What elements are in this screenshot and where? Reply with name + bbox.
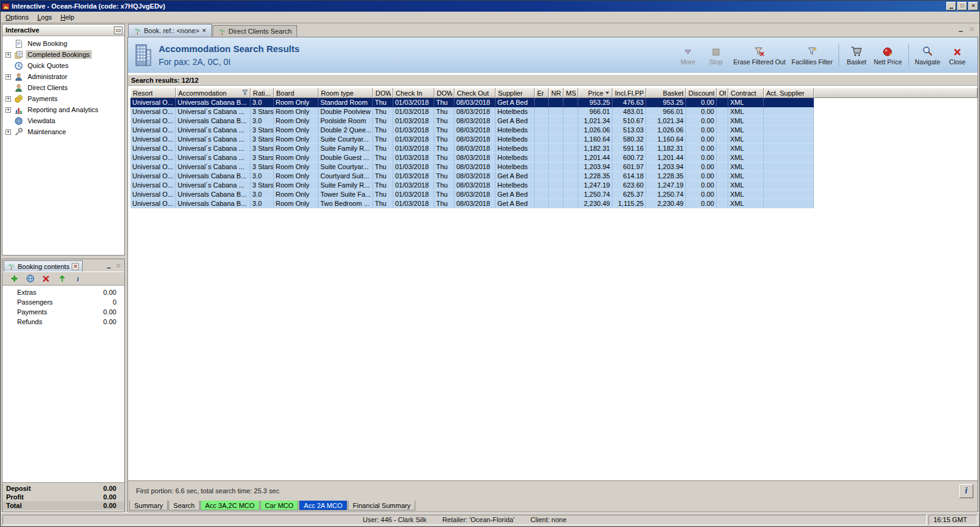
booking-item-payments[interactable]: Payments0.00 (2, 308, 124, 318)
close-button[interactable]: Close (943, 44, 971, 67)
result-row[interactable]: Universal O...Universals Cabana B...3.0R… (130, 98, 814, 107)
column-header-ms[interactable]: MS (564, 88, 578, 98)
column-header-discount[interactable]: Discount (686, 88, 717, 98)
cell-of (717, 107, 728, 116)
menu-options[interactable]: Options (1, 12, 33, 22)
column-header-check-in[interactable]: Check In (393, 88, 434, 98)
panel-collapse-button[interactable]: ▭ (114, 26, 123, 34)
column-header-dow[interactable]: DOW (373, 88, 393, 98)
erase-filter-icon (754, 45, 765, 57)
column-header-room-type[interactable]: Room type (318, 88, 373, 98)
result-row[interactable]: Universal O...Universal´s Cabana ...3 St… (130, 107, 814, 116)
expand-icon[interactable]: + (6, 129, 11, 135)
result-row[interactable]: Universal O...Universal´s Cabana ...3 St… (130, 135, 814, 144)
expand-icon[interactable]: + (6, 52, 11, 58)
maximize-button[interactable]: □ (957, 2, 967, 10)
column-header-nr[interactable]: NR (549, 88, 564, 98)
result-row[interactable]: Universal O...Universal´s Cabana ...3 St… (130, 181, 814, 190)
booking-panel-minimize-button[interactable]: ▁ (105, 262, 113, 270)
bottom-tab-search[interactable]: Search (168, 501, 200, 510)
column-header-basket[interactable]: Basket (646, 88, 686, 98)
cell-rati: 3.0 (251, 98, 274, 107)
booking-panel-maximize-button[interactable]: □ (115, 262, 123, 270)
sidebar-item-maintenance[interactable]: +Maintenance (2, 126, 124, 137)
result-row[interactable]: Universal O...Universal´s Cabana ...3 St… (130, 144, 814, 153)
cell-dow: Thu (434, 126, 454, 134)
booking-item-passengers[interactable]: Passengers0 (2, 298, 124, 308)
erase-filtered-out-button[interactable]: Erase Filtered Out (730, 44, 788, 67)
add-button[interactable] (9, 273, 20, 284)
result-row[interactable]: Universal O...Universal´s Cabana ...3 St… (130, 126, 814, 135)
booking-item-extras[interactable]: Extras0.00 (2, 289, 124, 298)
info-button[interactable]: i (959, 484, 973, 498)
navigate-button[interactable]: Navigate (912, 44, 943, 67)
info-button[interactable]: i (72, 273, 83, 284)
column-header-check-out[interactable]: Check Out (454, 88, 496, 98)
sidebar-item-viewdata[interactable]: Viewdata (2, 115, 124, 126)
sidebar-item-administrator[interactable]: +Administrator (2, 71, 124, 82)
expand-icon[interactable]: + (6, 74, 11, 80)
cell-room-type: Two Bedroom ... (318, 199, 373, 208)
result-row[interactable]: Universal O...Universals Cabana B...3.0R… (130, 172, 814, 181)
result-row[interactable]: Universal O...Universal´s Cabana ...3 St… (130, 153, 814, 162)
bottom-tab-financial-summary[interactable]: Financial Summary (348, 501, 415, 510)
sidebar-item-direct-clients[interactable]: Direct Clients (2, 82, 124, 93)
menu-help[interactable]: Help (56, 12, 79, 22)
bottom-tab-car-mco[interactable]: Car MCO (260, 501, 298, 510)
sidebar-item-completed-bookings[interactable]: +Completed Bookings (2, 49, 124, 60)
mdi-restore-button[interactable]: □ (968, 26, 976, 33)
tab-close-icon[interactable]: ✕ (202, 28, 207, 34)
sidebar-item-reporting-and-analytics[interactable]: +Reporting and Analytics (2, 104, 124, 115)
column-header-er[interactable]: Er (535, 88, 549, 98)
result-row[interactable]: Universal O...Universal´s Cabana ...3 St… (130, 162, 814, 172)
column-header-incl-fl-pp[interactable]: Incl.Fl.PP (612, 88, 646, 98)
new-booking-icon (14, 39, 23, 48)
bottom-tab-acc-3a-2c-mco[interactable]: Acc 3A,2C MCO (200, 501, 260, 510)
expand-icon[interactable]: + (6, 96, 11, 102)
sidebar-item-new-booking[interactable]: New Booking (2, 38, 124, 49)
sidebar-item-quick-quotes[interactable]: Quick Quotes (2, 60, 124, 71)
column-header-board[interactable]: Board (274, 88, 318, 98)
column-header-rati[interactable]: Rati... (251, 88, 274, 98)
facilities-filter-button[interactable]: Facilities Filter (788, 44, 835, 67)
globe-button[interactable] (24, 273, 36, 284)
cell-discount: 0.00 (686, 190, 717, 199)
cell-resort: Universal O... (130, 107, 176, 116)
sidebar-item-payments[interactable]: +Payments (2, 93, 124, 104)
basket-button[interactable]: Basket (842, 44, 870, 67)
column-header-act-supplier[interactable]: Act. Supplier (764, 88, 814, 98)
result-row[interactable]: Universal O...Universals Cabana B...3.0R… (130, 199, 814, 208)
result-row[interactable]: Universal O...Universals Cabana B...3.0R… (130, 190, 814, 199)
menu-logs[interactable]: Logs (33, 12, 56, 22)
column-header-dow[interactable]: DOW (434, 88, 454, 98)
cell-basket: 2,230.49 (646, 199, 686, 208)
close-window-button[interactable]: ✕ (968, 2, 978, 10)
document-tab-direct-clients-search[interactable]: Direct Clients Search (213, 25, 297, 37)
up-button[interactable] (56, 273, 67, 284)
column-header-contract[interactable]: Contract (728, 88, 764, 98)
minimize-button[interactable]: ▁ (946, 2, 956, 10)
nett-price-button[interactable]: Nett Price (870, 44, 905, 67)
mdi-minimize-button[interactable]: ▁ (957, 26, 965, 33)
booking-item-refunds[interactable]: Refunds0.00 (2, 318, 124, 328)
stop-button[interactable]: Stop (702, 44, 730, 67)
column-header-resort[interactable]: Resort (130, 88, 176, 98)
cell-of (717, 172, 728, 180)
delete-button[interactable] (40, 273, 51, 284)
expand-icon[interactable]: + (6, 107, 11, 113)
cell-board: Room Only (274, 135, 318, 143)
column-header-supplier[interactable]: Supplier (496, 88, 535, 98)
cell-of (717, 135, 728, 143)
column-header-price[interactable]: Price (578, 88, 612, 98)
cell-resort: Universal O... (130, 172, 176, 180)
column-header-accommodation[interactable]: Accommodation (176, 88, 251, 98)
booking-contents-tab[interactable]: Booking contents ✕ (4, 260, 83, 271)
bottom-tab-summary[interactable]: Summary (129, 501, 168, 510)
result-row[interactable]: Universal O...Universals Cabana B...3.0R… (130, 116, 814, 126)
cell-check-out: 08/03/2018 (454, 135, 496, 143)
booking-contents-close-icon[interactable]: ✕ (72, 263, 79, 270)
more-button[interactable]: More (674, 44, 702, 67)
document-tab-book-ref-none[interactable]: Book. ref.: <none>✕ (128, 24, 212, 37)
bottom-tab-acc-2a-mco[interactable]: Acc 2A MCO (299, 501, 347, 510)
column-header-of[interactable]: Of (717, 88, 728, 98)
